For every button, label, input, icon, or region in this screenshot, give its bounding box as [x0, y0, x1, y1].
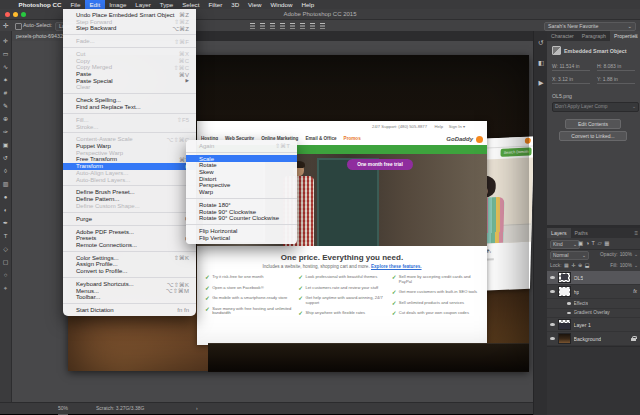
lock-icon[interactable]: ▦ [564, 261, 569, 270]
menubar-item[interactable]: Photoshop CC [14, 0, 66, 9]
menu-item[interactable]: Clear [63, 84, 196, 91]
move-tool[interactable]: ✛ [0, 35, 11, 48]
menu-item[interactable]: Puppet Warp [63, 143, 196, 150]
menu-item[interactable]: Free Transform ⌘T [63, 156, 196, 163]
align-top-edges-icon[interactable] [280, 22, 286, 29]
blend-mode-dropdown[interactable]: Normal ⌄ [550, 251, 589, 260]
dock-panel-icon[interactable]: ↺ [538, 39, 543, 47]
visibility-eye-icon[interactable] [550, 323, 555, 326]
panel-tab[interactable]: Paths [571, 228, 592, 238]
menubar-item[interactable]: Window [266, 0, 297, 9]
menubar-item[interactable]: Edit [85, 0, 105, 9]
visibility-eye-icon[interactable] [550, 337, 555, 340]
menu-item[interactable]: Rotate 90° Counter Clockwise [186, 215, 297, 222]
convert-to-linked-button[interactable]: Convert to Linked... [559, 131, 627, 141]
gradient-tool[interactable]: ▥ [0, 178, 11, 191]
menu-item[interactable]: Toolbar... [63, 294, 196, 301]
quick-selection-tool[interactable]: ✶ [0, 74, 11, 87]
menubar-item[interactable]: Image [105, 0, 131, 9]
hand-tool[interactable]: ○ [0, 269, 11, 282]
height-field[interactable]: H: 8.083 in [597, 63, 635, 71]
path-select-tool[interactable]: ◇ [0, 243, 11, 256]
Background[interactable]: Background fx [547, 332, 640, 346]
menu-item[interactable]: Convert to Profile... [63, 268, 196, 275]
distribute-vertical-icon[interactable] [310, 22, 316, 29]
visibility-eye-icon[interactable] [550, 290, 555, 293]
edit-contents-button[interactable]: Edit Contents [565, 119, 621, 129]
lock-icon[interactable]: ⬓ [585, 261, 590, 270]
panel-tab[interactable]: Layers [547, 228, 571, 238]
menu-item[interactable]: Rotate 90° Clockwise [186, 208, 297, 215]
layer-thumbnail[interactable] [558, 319, 571, 330]
fill-control[interactable]: Fill: 100% ⌄ [610, 262, 638, 269]
menu-item[interactable]: Scale [186, 155, 297, 162]
menubar-item[interactable]: Help [297, 0, 319, 9]
zoom-level-field[interactable]: 50% [58, 403, 68, 415]
healing-brush-tool[interactable]: ⊕ [0, 113, 11, 126]
menu-item[interactable]: Find and Replace Text... [63, 104, 196, 111]
menu-item[interactable]: Paste ⌘V [63, 71, 196, 78]
lock-icon[interactable]: ⊕ [578, 261, 582, 270]
Effects[interactable]: Effects fx [547, 299, 640, 309]
menu-item[interactable]: Stroke... [63, 123, 196, 130]
layer-comp-dropdown[interactable]: Don't Apply Layer Comp ⌄ [552, 102, 639, 112]
blur-tool[interactable]: ● [0, 191, 11, 204]
eyedropper-tool[interactable]: ✎ [0, 100, 11, 113]
layer-thumbnail[interactable] [558, 286, 571, 297]
OL5[interactable]: OL5 fx [547, 271, 640, 285]
align-left-edges-icon[interactable] [250, 22, 256, 29]
menubar-item[interactable]: 3D [227, 0, 244, 9]
menu-item[interactable]: Perspective [186, 182, 297, 189]
distribute-horizontal-icon[interactable] [320, 22, 326, 29]
align-horizontal-centers-icon[interactable] [260, 22, 266, 29]
panel-tab[interactable]: Character [547, 31, 578, 41]
menu-item[interactable]: Distort [186, 175, 297, 182]
lasso-tool[interactable]: ∿ [0, 61, 11, 74]
menu-item[interactable]: Transform ▶ [63, 163, 196, 170]
Gradient Overlay[interactable]: Gradient Overlay fx [547, 309, 640, 319]
filter-kind-dropdown[interactable]: Kind ⌄ [550, 240, 580, 249]
filter-icon[interactable]: ▣ [578, 239, 583, 248]
menu-item[interactable]: Perspective Warp [63, 149, 196, 156]
panel-menu-icon[interactable]: ≡ [634, 228, 638, 238]
menu-item[interactable]: Skew [186, 169, 297, 176]
menu-item[interactable]: Cut ⌘X [63, 51, 196, 58]
crop-tool[interactable]: # [0, 87, 11, 100]
Layer 1[interactable]: Layer 1 fx [547, 318, 640, 332]
auto-select-checkbox[interactable] [15, 23, 22, 30]
dock-panel-icon[interactable]: ◧ [538, 59, 544, 67]
visibility-eye-icon[interactable] [567, 302, 571, 305]
menubar-item[interactable]: Filter [204, 0, 227, 9]
menu-item[interactable]: Adobe PDF Presets... [63, 228, 196, 235]
align-right-edges-icon[interactable] [270, 22, 276, 29]
eraser-tool[interactable]: ◊ [0, 165, 11, 178]
menu-item[interactable]: Fill... ⇧F5 [63, 117, 196, 124]
dock-panel-icon[interactable]: ▶ [539, 79, 544, 87]
menu-item[interactable]: Paste Special ▶ [63, 77, 196, 84]
menu-item[interactable]: Check Spelling... [63, 97, 196, 104]
align-bottom-edges-icon[interactable] [300, 22, 306, 29]
status-options-arrow[interactable]: › [196, 403, 198, 414]
menubar-item[interactable]: Type [155, 0, 177, 9]
menu-item[interactable]: Remote Connections... [63, 242, 196, 249]
pen-tool[interactable]: ✒ [0, 217, 11, 230]
panel-tab[interactable]: Paragraph [578, 31, 610, 41]
menu-item[interactable]: Assign Profile... [63, 261, 196, 268]
menu-item[interactable]: Color Settings... ⇧⌘K [63, 254, 196, 261]
layer-thumbnail[interactable] [558, 333, 571, 344]
fx-badge[interactable]: fx [633, 289, 637, 294]
width-field[interactable]: W: 11.514 in [552, 63, 590, 71]
hp[interactable]: hp fx [547, 285, 640, 299]
menu-item[interactable]: Flip Horizontal [186, 228, 297, 235]
align-vertical-centers-icon[interactable] [290, 22, 296, 29]
menu-item[interactable]: Auto-Align Layers... [63, 170, 196, 177]
menubar-item[interactable]: View [244, 0, 266, 9]
menu-item[interactable]: Warp [186, 189, 297, 196]
menubar-item[interactable]: File [66, 0, 85, 9]
menu-item[interactable]: Define Custom Shape... [63, 202, 196, 209]
clone-stamp-tool[interactable]: ▣ [0, 139, 11, 152]
menu-item[interactable]: Rotate 180° [186, 202, 297, 209]
menu-item[interactable]: Rotate [186, 162, 297, 169]
filter-icon[interactable]: ◑ [586, 239, 589, 248]
menu-item[interactable]: Start Dictation fn fn [63, 307, 196, 314]
